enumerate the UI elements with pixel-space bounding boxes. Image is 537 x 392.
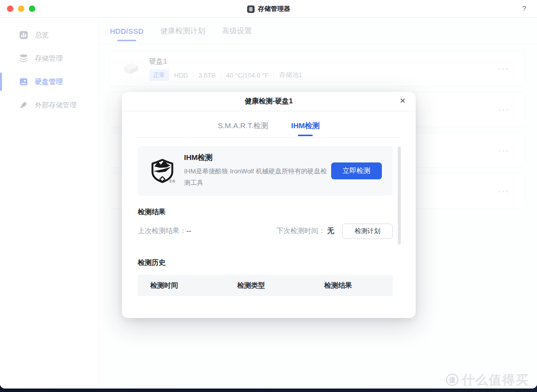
meta-divider [193,72,193,78]
external-storage-icon [19,100,28,110]
hdd-3d-icon [121,62,140,77]
window-title-group: 存储管理器 [0,0,537,18]
result-section: 检测结果 上次检测结果： -- 下次检测时间： 无 检测计划 [138,208,393,238]
app-icon [247,5,255,13]
dialog-content: 2.0 IHM检测 IHM是希捷酷狼 IronWolf 机械硬盘所特有的硬盘检测… [122,138,416,296]
dialog-header: 健康检测-硬盘1 ✕ [122,92,416,111]
result-heading: 检测结果 [138,208,393,217]
tab-hdd-ssd[interactable]: HDD/SSD [110,27,144,35]
sidebar-item-disk[interactable]: 硬盘管理 [0,70,98,93]
app-window: 存储管理器 ? 总览 存储管理 [0,0,537,389]
check-plan-button[interactable]: 检测计划 [342,224,393,239]
history-heading: 检测历史 [138,258,393,267]
history-table-header: 检测时间 检测类型 检测结果 [138,275,393,296]
check-now-button[interactable]: 立即检测 [331,162,382,179]
history-section: 检测历史 检测时间 检测类型 检测结果 [138,258,393,296]
last-result-value: -- [186,227,191,235]
disk-icon [19,77,28,86]
more-menu-button[interactable]: ··· [498,65,510,73]
dialog-scrollbar[interactable] [398,147,401,244]
screen: 存储管理器 ? 总览 存储管理 [0,0,537,392]
sidebar-item-label: 总览 [35,31,49,40]
meta-divider [221,72,221,78]
more-menu-button[interactable]: ··· [498,187,510,195]
disk-info: 硬盘1 正常 HDD 3.6TB 40 °C/104.0 °F 存储池1 [149,57,302,81]
disk-capacity: 3.6TB [198,72,216,79]
storage-icon [19,54,28,63]
column-check-result: 检测结果 [324,281,393,290]
close-icon[interactable]: ✕ [399,96,406,105]
meta-divider [273,72,274,78]
tab-ihm-check[interactable]: IHM检测 [291,121,320,131]
next-check-label: 下次检测时间： [276,227,325,235]
tab-advanced-settings[interactable]: 高级设置 [222,26,252,36]
help-button[interactable]: ? [522,4,526,12]
ihm-panel: 2.0 IHM检测 IHM是希捷酷狼 IronWolf 机械硬盘所特有的硬盘检测… [138,146,393,196]
sidebar-item-storage[interactable]: 存储管理 [0,47,98,70]
ihm-text-block: IHM检测 IHM是希捷酷狼 IronWolf 机械硬盘所特有的硬盘检测工具 [184,153,331,189]
disk-row-1[interactable]: 硬盘1 正常 HDD 3.6TB 40 °C/104.0 °F 存储池1 [109,51,525,86]
column-check-type: 检测类型 [237,281,324,290]
ihm-description: IHM是希捷酷狼 IronWolf 机械硬盘所特有的硬盘检测工具 [184,166,331,189]
status-badge: 正常 [149,70,169,81]
titlebar: 存储管理器 ? [0,0,537,18]
sidebar: 总览 存储管理 硬盘管理 [0,18,99,389]
more-menu-button[interactable]: ··· [498,146,510,155]
sidebar-item-label: 外部存储管理 [35,101,77,110]
main-tabs: HDD/SSD 健康检测计划 高级设置 [99,18,537,44]
sidebar-item-external-storage[interactable]: 外部存储管理 [0,93,98,117]
disk-temperature: 40 °C/104.0 °F [226,72,269,79]
next-check-group: 下次检测时间： 无 检测计划 [276,224,393,239]
traffic-lights [7,5,35,12]
column-check-time: 检测时间 [150,281,237,290]
disk-meta: 正常 HDD 3.6TB 40 °C/104.0 °F 存储池1 [149,70,302,81]
minimize-window-button[interactable] [18,5,24,12]
disk-pool: 存储池1 [279,71,302,79]
dialog-title: 健康检测-硬盘1 [245,97,292,106]
zoom-window-button[interactable] [29,5,35,12]
dialog-tabs: S.M.A.R.T.检测 IHM检测 [122,111,416,137]
close-window-button[interactable] [7,5,13,12]
ironwolf-logo-icon: 2.0 [149,157,177,185]
overview-icon [19,30,28,40]
sidebar-item-label: 硬盘管理 [35,78,63,86]
next-check-value: 无 [327,227,334,235]
ironwolf-version: 2.0 [170,179,175,183]
more-menu-button[interactable]: ··· [498,105,510,114]
disk-name: 硬盘1 [149,57,302,66]
health-check-dialog: 健康检测-硬盘1 ✕ S.M.A.R.T.检测 IHM检测 [122,92,416,318]
window-title: 存储管理器 [258,4,290,13]
sidebar-item-label: 存储管理 [35,54,63,63]
disk-type: HDD [174,72,188,79]
tab-health-check-plan[interactable]: 健康检测计划 [161,26,205,36]
ihm-heading: IHM检测 [184,153,331,162]
sidebar-item-overview[interactable]: 总览 [0,23,98,47]
tab-smart-check[interactable]: S.M.A.R.T.检测 [218,121,268,131]
result-row: 上次检测结果： -- 下次检测时间： 无 检测计划 [138,224,393,238]
last-result-label: 上次检测结果： [138,227,186,235]
